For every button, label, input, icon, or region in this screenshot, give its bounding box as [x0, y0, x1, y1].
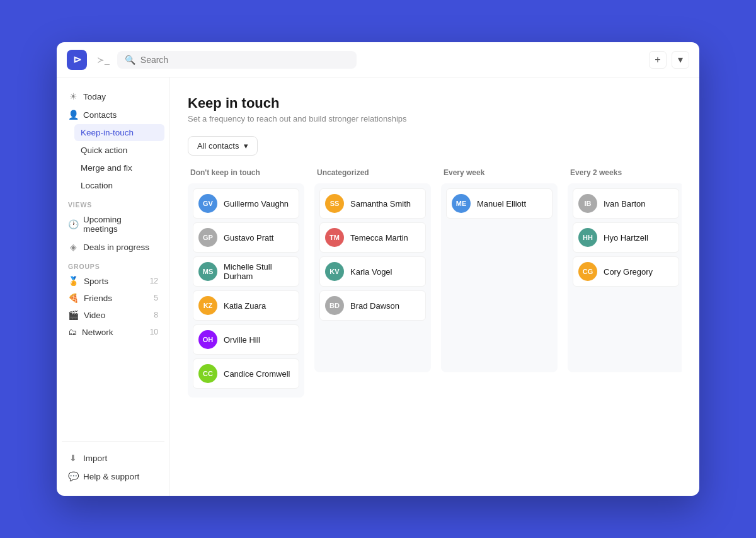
- contact-card-ivan[interactable]: IBIvan Barton: [573, 188, 679, 219]
- contacts-submenu: Keep-in-touch Quick action Merge and fix…: [62, 124, 164, 195]
- avatar: OH: [198, 330, 217, 349]
- contact-card-gustavo[interactable]: GPGustavo Pratt: [193, 222, 299, 253]
- sidebar-footer: ⬇ Import 💬 Help & support: [62, 441, 164, 486]
- sidebar-item-location[interactable]: Location: [74, 177, 164, 194]
- contact-name: Ivan Barton: [604, 199, 646, 209]
- column-body-dont-keep-in-touch: GVGuillermo VaughnGPGustavo PrattMSMiche…: [188, 183, 304, 398]
- sidebar-item-friends[interactable]: 🍕 Friends 5: [62, 290, 164, 306]
- avatar: IB: [578, 194, 597, 213]
- layers-icon: ◈: [68, 242, 78, 252]
- column-header-every-week: Every week: [441, 168, 558, 177]
- avatar: TM: [325, 228, 344, 247]
- column-dont-keep-in-touch: Don't keep in touchGVGuillermo VaughnGPG…: [188, 168, 304, 398]
- contact-card-michelle[interactable]: MSMichelle Stull Durham: [193, 256, 299, 287]
- avatar: SS: [325, 194, 344, 213]
- contact-name: Cory Gregory: [604, 267, 653, 277]
- sidebar-item-video[interactable]: 🎬 Video 8: [62, 307, 164, 323]
- sidebar-item-contacts[interactable]: 👤 Contacts: [62, 106, 164, 123]
- contact-name: Karla Vogel: [350, 267, 392, 277]
- contact-card-hyo[interactable]: HHHyo Hartzell: [573, 222, 679, 253]
- search-input[interactable]: [140, 55, 349, 65]
- sidebar-item-import[interactable]: ⬇ Import: [62, 449, 164, 467]
- chevron-down-icon: ▾: [244, 141, 248, 151]
- network-icon: 🗂: [68, 327, 77, 337]
- page-title: Keep in touch: [188, 95, 682, 112]
- column-every-2-weeks: Every 2 weeksIBIvan BartonHHHyo Hartzell…: [568, 168, 682, 398]
- filter-dropdown[interactable]: All contacts ▾: [188, 136, 258, 156]
- sidebar-item-keep-in-touch[interactable]: Keep-in-touch: [74, 124, 164, 141]
- contact-card-manuel[interactable]: MEManuel Elliott: [446, 188, 553, 219]
- avatar: ME: [452, 194, 471, 213]
- sidebar-item-network[interactable]: 🗂 Network 10: [62, 324, 164, 340]
- contact-name: Hyo Hartzell: [604, 233, 648, 243]
- groups-section-label: GROUPS: [62, 256, 164, 273]
- column-uncategorized: UncategorizedSSSamantha SmithTMTemecca M…: [314, 168, 431, 398]
- avatar: KV: [325, 262, 344, 281]
- add-button[interactable]: +: [649, 51, 667, 69]
- sidebar-item-today[interactable]: ☀ Today: [62, 88, 164, 105]
- app-window: ⊳ ≻_ 🔍 + ▾ ☀ Today 👤 Contacts Keep-in-to…: [57, 42, 699, 496]
- contact-name: Michelle Stull Durham: [224, 262, 294, 281]
- import-icon: ⬇: [68, 453, 78, 463]
- avatar: GP: [198, 228, 217, 247]
- contact-name: Katia Zuara: [224, 301, 266, 311]
- filter-bar: All contacts ▾: [188, 136, 682, 156]
- search-bar: 🔍: [117, 51, 357, 69]
- contact-card-karla[interactable]: KVKarla Vogel: [319, 256, 426, 287]
- sidebar-item-help[interactable]: 💬 Help & support: [62, 467, 164, 485]
- clock-icon: 🕐: [68, 219, 78, 229]
- contact-name: Samantha Smith: [350, 199, 411, 209]
- column-header-dont-keep-in-touch: Don't keep in touch: [188, 168, 304, 177]
- dropdown-button[interactable]: ▾: [672, 51, 689, 69]
- sun-icon: ☀: [68, 91, 78, 101]
- contact-name: Guillermo Vaughn: [224, 199, 289, 209]
- page-subtitle: Set a frequency to reach out and build s…: [188, 114, 682, 123]
- video-icon: 🎬: [68, 310, 79, 320]
- avatar: CC: [198, 364, 217, 383]
- contact-card-cory[interactable]: CGCory Gregory: [573, 256, 679, 287]
- sports-icon: 🏅: [68, 276, 79, 286]
- column-header-uncategorized: Uncategorized: [314, 168, 431, 177]
- contact-name: Candice Cromwell: [224, 369, 290, 379]
- help-icon: 💬: [68, 471, 78, 481]
- logo-button[interactable]: ⊳: [67, 50, 87, 70]
- contact-card-katia[interactable]: KZKatia Zuara: [193, 290, 299, 321]
- column-every-week: Every weekMEManuel Elliott: [441, 168, 558, 398]
- views-section-label: VIEWS: [62, 195, 164, 211]
- sidebar-item-deals-in-progress[interactable]: ◈ Deals in progress: [62, 238, 164, 256]
- column-body-every-week: MEManuel Elliott: [441, 183, 558, 372]
- contact-card-orville[interactable]: OHOrville Hill: [193, 324, 299, 355]
- avatar: HH: [578, 228, 597, 247]
- contact-card-guillermo[interactable]: GVGuillermo Vaughn: [193, 188, 299, 219]
- contact-card-temecca[interactable]: TMTemecca Martin: [319, 222, 426, 253]
- contact-card-samantha[interactable]: SSSamantha Smith: [319, 188, 426, 219]
- contact-name: Manuel Elliott: [477, 199, 526, 209]
- sidebar: ☀ Today 👤 Contacts Keep-in-touch Quick a…: [57, 77, 170, 496]
- sidebar-item-upcoming-meetings[interactable]: 🕐 Upcoming meetings: [62, 211, 164, 238]
- header-actions: + ▾: [649, 51, 689, 69]
- contact-card-candice[interactable]: CCCandice Cromwell: [193, 358, 299, 389]
- sidebar-item-quick-action[interactable]: Quick action: [74, 142, 164, 159]
- contact-name: Brad Dawson: [350, 301, 399, 311]
- column-header-every-2-weeks: Every 2 weeks: [568, 168, 682, 177]
- main-content: Keep in touch Set a frequency to reach o…: [170, 77, 699, 496]
- body: ☀ Today 👤 Contacts Keep-in-touch Quick a…: [57, 77, 699, 496]
- contact-card-brad[interactable]: BDBrad Dawson: [319, 290, 426, 321]
- avatar: MS: [198, 262, 217, 281]
- avatar: KZ: [198, 296, 217, 315]
- search-icon: 🔍: [125, 55, 135, 65]
- avatar: BD: [325, 296, 344, 315]
- header: ⊳ ≻_ 🔍 + ▾: [57, 42, 699, 77]
- avatar: CG: [578, 262, 597, 281]
- column-body-uncategorized: SSSamantha SmithTMTemecca MartinKVKarla …: [314, 183, 431, 372]
- sidebar-item-sports[interactable]: 🏅 Sports 12: [62, 273, 164, 289]
- contact-name: Orville Hill: [224, 335, 261, 345]
- kanban-board: Don't keep in touchGVGuillermo VaughnGPG…: [188, 168, 682, 403]
- person-icon: 👤: [68, 110, 78, 120]
- terminal-icon[interactable]: ≻_: [97, 55, 110, 65]
- friends-icon: 🍕: [68, 293, 79, 303]
- column-body-every-2-weeks: IBIvan BartonHHHyo HartzellCGCory Gregor…: [568, 183, 682, 372]
- sidebar-item-merge-and-fix[interactable]: Merge and fix: [74, 159, 164, 176]
- contact-name: Gustavo Pratt: [224, 233, 273, 243]
- contact-name: Temecca Martin: [350, 233, 408, 243]
